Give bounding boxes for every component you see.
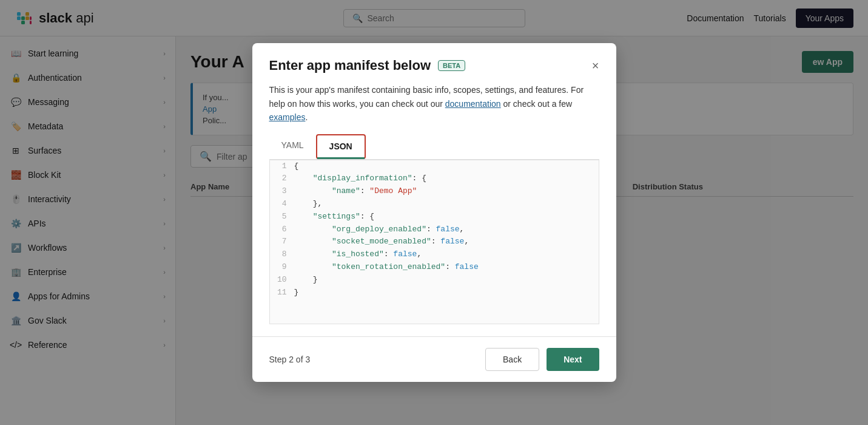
code-line: 10 } — [270, 274, 599, 287]
footer-buttons: Back Next — [485, 348, 599, 371]
back-button[interactable]: Back — [485, 348, 539, 371]
code-line: 3 "name": "Demo App" — [270, 185, 599, 198]
code-line: 4 }, — [270, 198, 599, 211]
code-line: 6 "org_deploy_enabled": false, — [270, 223, 599, 236]
modal-overlay[interactable]: Enter app manifest below BETA × This is … — [0, 0, 868, 425]
code-line: 1 { — [270, 160, 599, 173]
modal-title: Enter app manifest below — [269, 58, 431, 73]
code-line: 5 "settings": { — [270, 211, 599, 223]
modal-body: This is your app's manifest containing b… — [252, 83, 616, 336]
tab-json[interactable]: JSON — [317, 135, 365, 159]
modal-close-button[interactable]: × — [592, 59, 599, 72]
next-button[interactable]: Next — [547, 348, 599, 371]
code-line: 2 "display_information": { — [270, 172, 599, 185]
modal-description: This is your app's manifest containing b… — [269, 83, 599, 124]
manifest-modal: Enter app manifest below BETA × This is … — [252, 43, 616, 381]
documentation-link[interactable]: documentation — [445, 99, 501, 109]
step-indicator: Step 2 of 3 — [269, 355, 311, 364]
modal-header: Enter app manifest below BETA × — [252, 43, 616, 83]
tab-yaml[interactable]: YAML — [269, 134, 316, 160]
beta-badge: BETA — [438, 60, 465, 71]
code-line: 8 "is_hosted": false, — [270, 248, 599, 261]
code-line: 7 "socket_mode_enabled": false, — [270, 236, 599, 248]
code-line: 11 } — [270, 287, 599, 299]
code-editor[interactable]: 1 { 2 "display_information": { 3 "name":… — [269, 160, 599, 324]
tab-bar: YAML JSON — [269, 134, 599, 160]
examples-link[interactable]: examples — [269, 112, 306, 122]
code-line: 9 "token_rotation_enabled": false — [270, 261, 599, 274]
modal-footer: Step 2 of 3 Back Next — [252, 336, 616, 382]
